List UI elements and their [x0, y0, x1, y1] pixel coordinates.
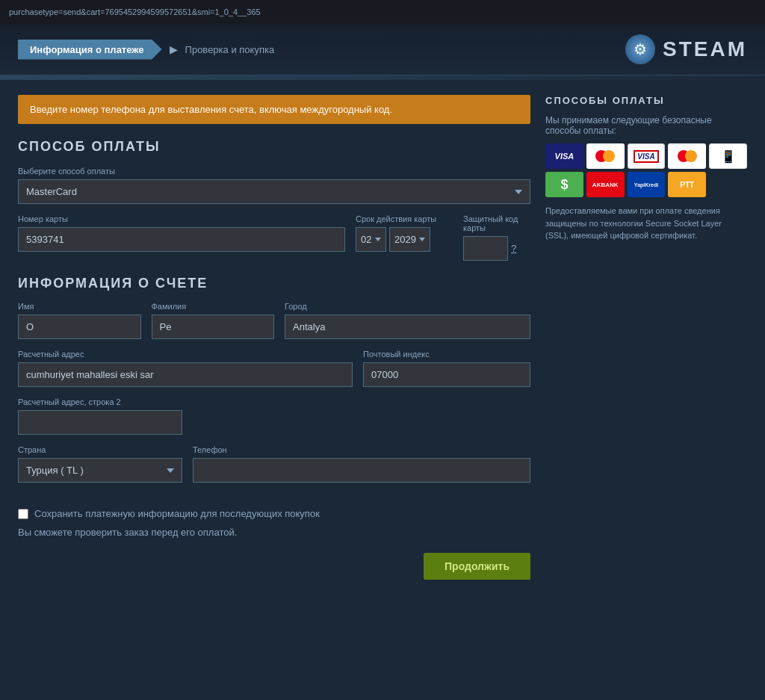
- country-select[interactable]: Турция ( TL ) Россия США: [18, 458, 182, 483]
- breadcrumb-step2: Проверка и покупка: [185, 44, 275, 55]
- billing-address-input[interactable]: [18, 362, 353, 387]
- security-note: Предоставляемые вами при оплате сведения…: [545, 205, 747, 242]
- right-panel: СПОСОБЫ ОПЛАТЫ Мы принимаем следующие бе…: [545, 95, 747, 580]
- continue-row: Продолжить: [18, 553, 530, 580]
- save-info-label: Сохранить платежную информацию для после…: [34, 508, 320, 519]
- mastercard2-icon: [668, 143, 706, 169]
- yapikredi-icon: YapiKredi: [628, 172, 666, 197]
- billing-address-label: Расчетный адрес: [18, 350, 353, 359]
- url-bar: purchasetype=send&cart=76954529945995726…: [9, 7, 261, 16]
- country-phone-row: Страна Турция ( TL ) Россия США Телефон: [18, 445, 530, 493]
- payment-method-select[interactable]: MasterCard VISA PayPal: [18, 179, 530, 204]
- payment-section-title: СПОСОБ ОПЛАТЫ: [18, 139, 530, 155]
- continue-button[interactable]: Продолжить: [424, 553, 530, 580]
- mobile-payment-icon: 📱: [709, 143, 747, 169]
- payment-icons-grid: VISA VISA 📱 $ AKBANK YapiKredi: [545, 143, 747, 197]
- card-number-input[interactable]: [18, 227, 345, 252]
- page-header: Информация о платеже ▶ Проверка и покупк…: [0, 24, 765, 75]
- first-name-label: Имя: [18, 302, 141, 311]
- ptt-icon: PTT: [668, 172, 706, 197]
- phone-input[interactable]: [193, 458, 530, 483]
- steam-logo: ⚙ STEAM: [625, 34, 747, 64]
- cvv-input[interactable]: [463, 236, 508, 261]
- steam-text: STEAM: [663, 37, 747, 61]
- first-name-group: Имя: [18, 302, 141, 339]
- expiry-month-select[interactable]: 02 01 03 04 05 06 07 08 09 10 11 12: [356, 227, 386, 252]
- akbank-icon: AKBANK: [586, 172, 625, 197]
- main-content: Введите номер телефона для выставления с…: [0, 80, 765, 595]
- steam-icon: ⚙: [625, 34, 655, 64]
- phone-label: Телефон: [193, 445, 530, 454]
- dollar-icon: $: [545, 172, 583, 197]
- postal-group: Почтовый индекс: [363, 350, 530, 387]
- visa-red-icon: VISA: [628, 143, 666, 169]
- right-panel-title: СПОСОБЫ ОПЛАТЫ: [545, 95, 747, 106]
- billing-address-group: Расчетный адрес: [18, 350, 353, 387]
- cvv-label: Защитный код карты: [463, 214, 530, 232]
- order-note: Вы сможете проверить заказ перед его опл…: [18, 527, 530, 538]
- breadcrumb: Информация о платеже ▶ Проверка и покупк…: [18, 40, 274, 60]
- city-group: Город: [285, 302, 530, 339]
- browser-top-bar: purchasetype=send&cart=76954529945995726…: [0, 0, 765, 24]
- cvv-row: ?: [463, 236, 530, 261]
- mc-circles: [595, 150, 615, 162]
- last-name-group: Фамилия: [152, 302, 275, 339]
- card-number-label: Номер карты: [18, 214, 345, 223]
- address2-input[interactable]: [18, 410, 182, 435]
- billing-section-title: ИНФОРМАЦИЯ О СЧЕТЕ: [18, 276, 530, 291]
- cvv-help-link[interactable]: ?: [511, 243, 516, 254]
- first-name-input[interactable]: [18, 315, 141, 339]
- expiry-year-select[interactable]: 2029 2025 2026 2027 2028 2030: [389, 227, 430, 252]
- postal-label: Почтовый индекс: [363, 350, 530, 359]
- country-group: Страна Турция ( TL ) Россия США: [18, 445, 182, 483]
- card-number-group: Номер карты: [18, 214, 345, 252]
- expiry-group: Срок действия карты 02 01 03 04 05 06 07…: [356, 214, 453, 252]
- save-info-row: Сохранить платежную информацию для после…: [18, 508, 530, 519]
- expiry-label: Срок действия карты: [356, 214, 453, 223]
- phone-group: Телефон: [193, 445, 530, 483]
- city-label: Город: [285, 302, 530, 311]
- visa-red-label: VISA: [634, 150, 658, 163]
- mastercard-icon: [586, 143, 625, 169]
- last-name-label: Фамилия: [152, 302, 275, 311]
- cvv-group: Защитный код карты ?: [463, 214, 530, 261]
- postal-input[interactable]: [363, 362, 530, 387]
- city-input[interactable]: [285, 315, 530, 339]
- address2-group: Расчетный адрес, строка 2: [18, 397, 530, 435]
- right-panel-subtitle: Мы принимаем следующие безопасные способ…: [545, 115, 747, 136]
- save-info-checkbox[interactable]: [18, 509, 28, 519]
- address-row: Расчетный адрес Почтовый индекс: [18, 350, 530, 397]
- address2-label: Расчетный адрес, строка 2: [18, 397, 530, 406]
- mc2-circles: [678, 150, 697, 162]
- last-name-input[interactable]: [152, 315, 275, 339]
- breadcrumb-separator: ▶: [170, 43, 178, 55]
- expiry-fields: 02 01 03 04 05 06 07 08 09 10 11 12: [356, 227, 453, 252]
- left-panel: Введите номер телефона для выставления с…: [18, 95, 530, 580]
- name-row: Имя Фамилия Город: [18, 302, 530, 350]
- country-label: Страна: [18, 445, 182, 454]
- mc2-circle-orange: [685, 150, 697, 162]
- mc-circle-orange: [603, 150, 615, 162]
- visa-icon: VISA: [545, 143, 583, 169]
- payment-method-group: Выберите способ оплаты MasterCard VISA P…: [18, 167, 530, 204]
- payment-method-label: Выберите способ оплаты: [18, 167, 530, 176]
- breadcrumb-step1: Информация о платеже: [18, 40, 162, 60]
- card-details-row: Номер карты Срок действия карты 02 01 03…: [18, 214, 530, 261]
- alert-banner: Введите номер телефона для выставления с…: [18, 95, 530, 124]
